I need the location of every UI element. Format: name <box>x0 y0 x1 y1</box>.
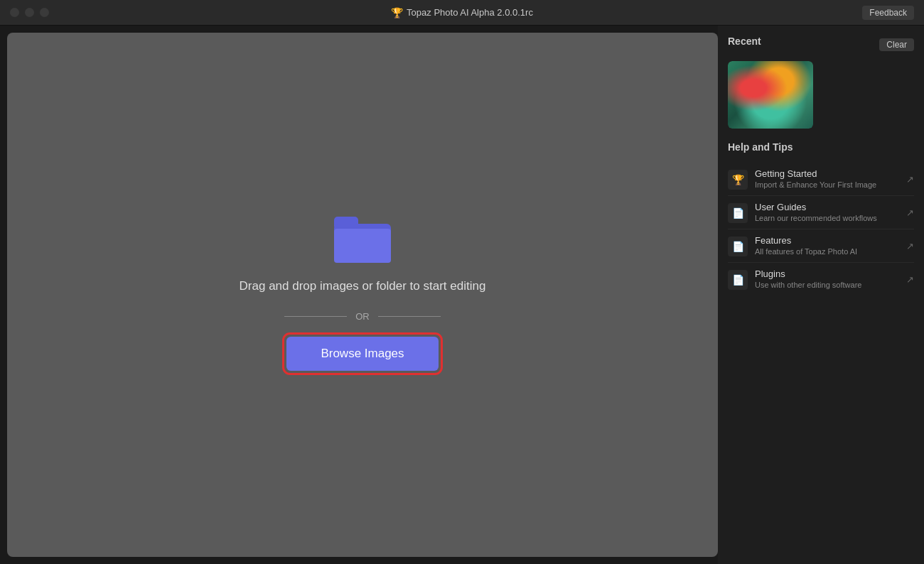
left-divider-line <box>284 316 347 317</box>
drop-zone: Drag and drop images or folder to start … <box>240 217 486 373</box>
window-controls <box>10 8 49 17</box>
external-link-icon-plugins: ↗ <box>906 274 914 285</box>
getting-started-content: Getting Started Import & Enhance Your Fi… <box>755 168 899 189</box>
or-divider: OR <box>284 311 441 322</box>
features-icon: 📄 <box>728 237 748 256</box>
sidebar: Recent Clear Help and Tips 🏆 Getting Sta… <box>718 26 924 564</box>
close-button[interactable] <box>10 8 19 17</box>
help-item-user-guides[interactable]: 📄 User Guides Learn our recommended work… <box>728 196 914 229</box>
right-divider-line <box>378 316 441 317</box>
help-title: Help and Tips <box>728 141 914 153</box>
user-guides-content: User Guides Learn our recommended workfl… <box>755 202 899 222</box>
help-item-plugins[interactable]: 📄 Plugins Use with other editing softwar… <box>728 263 914 295</box>
or-label: OR <box>355 311 370 322</box>
titlebar: 🏆 Topaz Photo AI Alpha 2.0.0.1rc Feedbac… <box>0 0 924 26</box>
getting-started-subtitle: Import & Enhance Your First Image <box>755 180 899 189</box>
features-subtitle: All features of Topaz Photo AI <box>755 247 899 256</box>
user-guides-icon: 📄 <box>728 203 748 223</box>
recent-header: Recent Clear <box>728 36 914 54</box>
external-link-icon-user-guides: ↗ <box>906 207 914 218</box>
features-title: Features <box>755 235 899 246</box>
chameleon-image <box>728 61 813 129</box>
folder-icon <box>334 217 391 263</box>
external-link-icon-getting-started: ↗ <box>906 174 914 185</box>
browse-button-highlight: Browse Images <box>284 335 440 373</box>
drag-drop-text: Drag and drop images or folder to start … <box>240 277 486 295</box>
plugins-content: Plugins Use with other editing software <box>755 269 899 289</box>
external-link-icon-features: ↗ <box>906 241 914 251</box>
topaz-icon: 🏆 <box>391 7 402 18</box>
user-guides-subtitle: Learn our recommended workflows <box>755 214 899 222</box>
recent-thumbnail[interactable] <box>728 61 813 129</box>
maximize-button[interactable] <box>40 8 49 17</box>
help-section: Help and Tips 🏆 Getting Started Import &… <box>728 141 914 554</box>
getting-started-title: Getting Started <box>755 168 899 179</box>
recent-label: Recent <box>728 36 761 47</box>
user-guides-title: User Guides <box>755 202 899 212</box>
plugins-icon: 📄 <box>728 270 748 290</box>
getting-started-icon: 🏆 <box>728 170 748 190</box>
feedback-button[interactable]: Feedback <box>862 6 914 20</box>
app-title: 🏆 Topaz Photo AI Alpha 2.0.0.1rc <box>391 7 533 18</box>
drop-zone-area[interactable]: Drag and drop images or folder to start … <box>7 33 718 557</box>
plugins-subtitle: Use with other editing software <box>755 281 899 289</box>
recent-section: Recent Clear <box>728 36 914 129</box>
browse-images-button[interactable]: Browse Images <box>286 337 438 371</box>
app-body: Drag and drop images or folder to start … <box>0 26 924 564</box>
minimize-button[interactable] <box>25 8 34 17</box>
help-item-features[interactable]: 📄 Features All features of Topaz Photo A… <box>728 229 914 263</box>
features-content: Features All features of Topaz Photo AI <box>755 235 899 256</box>
clear-recent-button[interactable]: Clear <box>879 38 914 51</box>
plugins-title: Plugins <box>755 269 899 279</box>
help-item-getting-started[interactable]: 🏆 Getting Started Import & Enhance Your … <box>728 163 914 196</box>
